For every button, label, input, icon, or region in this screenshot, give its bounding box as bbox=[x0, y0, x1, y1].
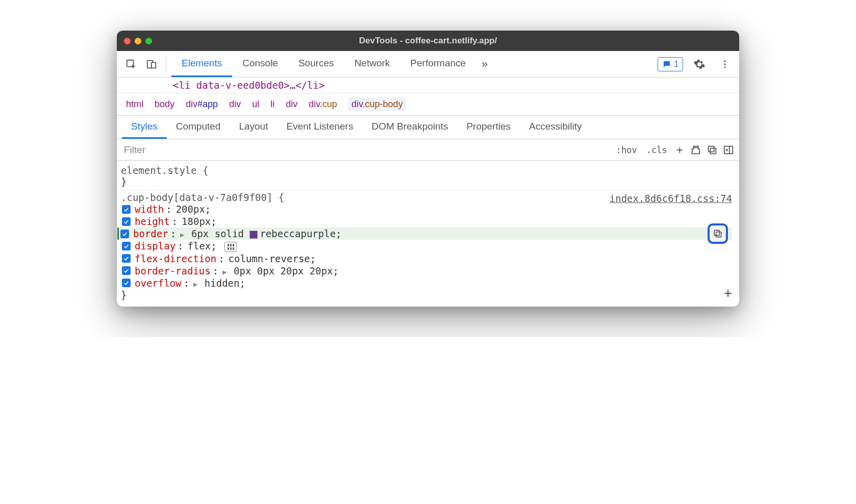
flexbox-editor-icon[interactable] bbox=[224, 242, 237, 252]
tab-sources[interactable]: Sources bbox=[288, 51, 344, 77]
breadcrumb-item[interactable]: ul bbox=[252, 99, 259, 110]
styles-filter-bar: :hov .cls + bbox=[117, 139, 739, 161]
expand-shorthand-icon[interactable]: ▶ bbox=[222, 268, 226, 276]
breadcrumb-item-selected[interactable]: div.cup-body bbox=[348, 97, 406, 111]
expand-shorthand-icon[interactable]: ▶ bbox=[193, 280, 197, 288]
css-property-value[interactable]: 180px; bbox=[182, 216, 217, 227]
css-property-name[interactable]: height bbox=[135, 216, 170, 227]
css-property-value[interactable]: 200px; bbox=[176, 204, 211, 215]
css-property-value[interactable]: ▶ 6px solid rebeccapurple; bbox=[180, 228, 341, 239]
svg-point-5 bbox=[724, 66, 725, 68]
titlebar: DevTools - coffee-cart.netlify.app/ bbox=[117, 31, 739, 51]
filter-actions: :hov .cls + bbox=[609, 143, 739, 156]
tab-elements[interactable]: Elements bbox=[171, 51, 232, 77]
element-style-selector: element.style { bbox=[119, 165, 732, 176]
styles-subtabs: Styles Computed Layout Event Listeners D… bbox=[117, 116, 739, 139]
new-style-rule-button[interactable]: + bbox=[674, 143, 685, 156]
kebab-menu-icon[interactable] bbox=[716, 55, 734, 73]
cup-body-rule: index.8d6c6f18.css:74 .cup-body[data-v-7… bbox=[117, 191, 739, 304]
subtab-accessibility[interactable]: Accessibility bbox=[520, 116, 591, 139]
stylesheet-source-link[interactable]: index.8d6c6f18.css:74 bbox=[610, 193, 732, 204]
svg-rect-2 bbox=[152, 62, 156, 68]
css-property-value[interactable]: ▶ 0px 0px 20px 20px; bbox=[222, 265, 339, 276]
cls-toggle[interactable]: .cls bbox=[644, 145, 669, 155]
declaration-enabled-checkbox[interactable] bbox=[122, 217, 131, 226]
svg-rect-11 bbox=[714, 230, 719, 235]
expand-shorthand-icon[interactable]: ▶ bbox=[180, 231, 184, 239]
breadcrumb-item[interactable]: div bbox=[286, 99, 297, 110]
breadcrumb-item[interactable]: div#app bbox=[186, 99, 218, 110]
element-style-rule[interactable]: element.style { } bbox=[117, 164, 739, 191]
settings-icon[interactable] bbox=[690, 55, 709, 73]
css-property-name[interactable]: border bbox=[133, 228, 168, 239]
css-declaration[interactable]: border:▶ 6px solid rebeccapurple; bbox=[117, 228, 732, 240]
rule-closing: } bbox=[119, 176, 732, 187]
toolbar-right: 1 bbox=[658, 55, 734, 73]
hov-toggle[interactable]: :hov bbox=[614, 145, 639, 155]
css-property-name[interactable]: width bbox=[135, 204, 164, 215]
svg-point-3 bbox=[724, 60, 725, 62]
css-property-name[interactable]: flex-direction bbox=[135, 253, 216, 264]
inspect-element-icon[interactable] bbox=[122, 55, 140, 73]
breadcrumb-item[interactable]: body bbox=[155, 99, 174, 110]
declaration-enabled-checkbox[interactable] bbox=[122, 205, 131, 214]
css-declaration[interactable]: flex-direction:column-reverse; bbox=[119, 253, 732, 265]
css-property-name[interactable]: display bbox=[135, 240, 175, 251]
css-declaration[interactable]: border-radius:▶ 0px 0px 20px 20px; bbox=[119, 265, 732, 277]
rule-closing: } bbox=[119, 289, 732, 300]
more-tabs-button[interactable]: » bbox=[476, 51, 493, 77]
svg-rect-10 bbox=[716, 232, 721, 237]
css-property-name[interactable]: overflow bbox=[135, 278, 182, 289]
breadcrumb-item[interactable]: div bbox=[229, 99, 241, 110]
main-toolbar: Elements Console Sources Network Perform… bbox=[117, 51, 739, 78]
subtab-event-listeners[interactable]: Event Listeners bbox=[277, 116, 362, 139]
css-declaration[interactable]: display:flex; bbox=[119, 240, 732, 253]
add-declaration-button[interactable]: + bbox=[724, 285, 732, 300]
breadcrumb-item[interactable]: div.cup bbox=[309, 99, 337, 110]
styles-pane: element.style { } index.8d6c6f18.css:74 … bbox=[117, 161, 739, 307]
copy-styles-icon[interactable] bbox=[690, 144, 701, 156]
svg-point-4 bbox=[724, 63, 725, 65]
breadcrumb-item[interactable]: li bbox=[270, 99, 274, 110]
subtab-styles[interactable]: Styles bbox=[122, 116, 167, 139]
svg-rect-7 bbox=[709, 146, 714, 152]
styles-filter-input[interactable] bbox=[117, 139, 609, 160]
color-swatch[interactable] bbox=[249, 231, 258, 239]
css-property-name[interactable]: border-radius bbox=[135, 265, 211, 276]
subtab-dom-breakpoints[interactable]: DOM Breakpoints bbox=[362, 116, 457, 139]
devtools-window: DevTools - coffee-cart.netlify.app/ Elem… bbox=[117, 31, 739, 307]
declaration-enabled-checkbox[interactable] bbox=[122, 242, 131, 250]
toggle-sidebar-icon[interactable] bbox=[723, 144, 734, 156]
breadcrumb: html body div#app div ul li div div.cup … bbox=[117, 93, 739, 116]
tab-performance[interactable]: Performance bbox=[400, 51, 476, 77]
tab-console[interactable]: Console bbox=[232, 51, 288, 77]
copy-all-icon[interactable] bbox=[707, 144, 718, 156]
device-toolbar-icon[interactable] bbox=[142, 55, 161, 73]
svg-rect-6 bbox=[710, 148, 716, 154]
divider bbox=[166, 57, 166, 71]
css-property-value[interactable]: flex; bbox=[188, 240, 237, 252]
subtab-computed[interactable]: Computed bbox=[167, 116, 230, 139]
css-declaration[interactable]: overflow:▶ hidden; bbox=[119, 277, 732, 289]
css-property-value[interactable]: column-reverse; bbox=[229, 253, 316, 264]
declaration-enabled-checkbox[interactable] bbox=[122, 279, 131, 287]
declaration-enabled-checkbox[interactable] bbox=[122, 254, 131, 263]
breadcrumb-item[interactable]: html bbox=[126, 99, 143, 110]
tab-network[interactable]: Network bbox=[344, 51, 400, 77]
chat-icon bbox=[662, 60, 671, 69]
subtab-properties[interactable]: Properties bbox=[457, 116, 520, 139]
issues-count: 1 bbox=[674, 60, 678, 69]
declaration-enabled-checkbox[interactable] bbox=[120, 230, 129, 238]
css-declaration[interactable]: width:200px; bbox=[119, 203, 732, 215]
css-declaration[interactable]: height:180px; bbox=[119, 215, 732, 228]
declaration-enabled-checkbox[interactable] bbox=[122, 266, 131, 275]
css-property-value[interactable]: ▶ hidden; bbox=[193, 278, 245, 289]
dom-tree-line[interactable]: <li data-v-eed0bde0>…</li> bbox=[117, 78, 739, 93]
issues-badge[interactable]: 1 bbox=[658, 57, 683, 71]
subtab-layout[interactable]: Layout bbox=[230, 116, 277, 139]
main-tabs: Elements Console Sources Network Perform… bbox=[171, 51, 651, 77]
window-title: DevTools - coffee-cart.netlify.app/ bbox=[117, 36, 739, 46]
